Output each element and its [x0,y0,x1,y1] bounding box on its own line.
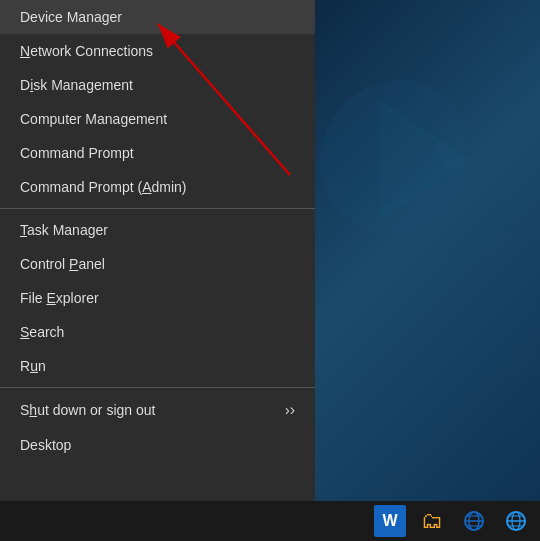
menu-item-command-prompt-label: Command Prompt [20,145,295,161]
menu-item-command-prompt-admin-label: Command Prompt (Admin) [20,179,295,195]
word-icon: W [374,505,406,537]
menu-item-network-connections-label: Network Connections [20,43,295,59]
taskbar-icon-ie[interactable] [455,502,493,540]
ie-icon [462,509,486,533]
divider-1 [0,208,315,209]
menu-item-file-explorer[interactable]: File Explorer [0,281,315,315]
menu-item-computer-management[interactable]: Computer Management [0,102,315,136]
menu-item-search[interactable]: Search [0,315,315,349]
menu-item-disk-management[interactable]: Disk Management [0,68,315,102]
menu-item-file-explorer-label: File Explorer [20,290,295,306]
submenu-arrow-icon: › [285,402,290,418]
taskbar-icon-network[interactable] [497,502,535,540]
taskbar: W 🗂 [0,501,540,541]
menu-item-search-label: Search [20,324,295,340]
menu-item-command-prompt[interactable]: Command Prompt [0,136,315,170]
menu-item-shut-down[interactable]: Shut down or sign out › [0,392,315,428]
taskbar-icon-word[interactable]: W [371,502,409,540]
divider-2 [0,387,315,388]
taskbar-icon-folder[interactable]: 🗂 [413,502,451,540]
menu-item-run[interactable]: Run [0,349,315,383]
menu-item-device-manager-label: Device Manager [20,9,295,25]
menu-item-desktop[interactable]: Desktop [0,428,315,462]
folder-icon: 🗂 [421,508,443,534]
menu-item-command-prompt-admin[interactable]: Command Prompt (Admin) [0,170,315,204]
menu-item-run-label: Run [20,358,295,374]
network-icon [504,509,528,533]
desktop-logo [300,60,500,260]
context-menu: Device Manager Network Connections Disk … [0,0,315,501]
menu-item-desktop-label: Desktop [20,437,295,453]
taskbar-icons: W 🗂 [371,502,535,540]
menu-item-task-manager-label: Task Manager [20,222,295,238]
menu-item-control-panel[interactable]: Control Panel [0,247,315,281]
menu-item-disk-management-label: Disk Management [20,77,295,93]
menu-item-device-manager[interactable]: Device Manager [0,0,315,34]
menu-item-control-panel-label: Control Panel [20,256,295,272]
menu-item-network-connections[interactable]: Network Connections [0,34,315,68]
menu-item-shut-down-label: Shut down or sign out [20,402,285,418]
menu-item-computer-management-label: Computer Management [20,111,295,127]
menu-item-task-manager[interactable]: Task Manager [0,213,315,247]
